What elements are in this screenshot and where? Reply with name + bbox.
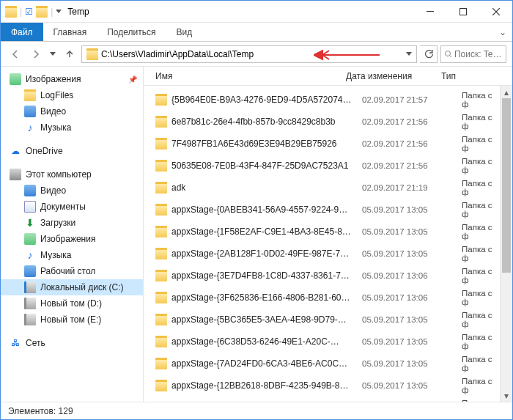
window-title: Temp xyxy=(62,7,413,17)
col-name[interactable]: Имя xyxy=(155,71,346,81)
forward-button[interactable] xyxy=(27,45,45,63)
tab-view[interactable]: Вид xyxy=(166,23,202,41)
close-button[interactable] xyxy=(479,1,512,22)
up-button[interactable] xyxy=(61,45,78,63)
file-row[interactable]: 7F4987FB1A6E43d69E3E94B29EB7592602.09.20… xyxy=(144,133,500,155)
file-row[interactable]: appxStage-{3E7D4FB8-1C8D-4337-8361-7…05.… xyxy=(144,265,500,287)
sidebar-item-music[interactable]: ♪Музыка xyxy=(1,119,143,136)
search-box[interactable] xyxy=(440,45,506,63)
ribbon-expand-icon[interactable]: ⌄ xyxy=(493,23,512,41)
search-input[interactable] xyxy=(454,49,503,59)
file-row[interactable]: appxStage-{1F58E2AF-C9E1-4BA3-8E45-8…05.… xyxy=(144,221,500,243)
search-icon xyxy=(444,50,451,59)
svg-rect-0 xyxy=(427,11,434,12)
ribbon-tabs: Файл Главная Поделиться Вид ⌄ xyxy=(1,23,512,42)
file-row[interactable]: appxStage-{5BC365E5-3AEA-4E98-9D79-…05.0… xyxy=(144,309,500,331)
file-row[interactable]: appxStage-{3F625836-E166-4806-B281-60…05… xyxy=(144,287,500,309)
video-icon xyxy=(24,106,36,117)
file-name: appxStage-{5BC365E5-3AEA-4E98-9D79-… xyxy=(171,314,358,325)
video-icon xyxy=(24,185,36,196)
tab-file[interactable]: Файл xyxy=(1,23,43,41)
qat-divider: | xyxy=(51,7,53,17)
sidebar-pc-docs[interactable]: Документы xyxy=(1,199,143,215)
file-date: 02.09.2017 21:56 xyxy=(362,117,457,126)
pc-icon xyxy=(10,169,21,180)
qat-properties-icon[interactable]: ☑ xyxy=(25,7,33,17)
file-row[interactable]: 6e87b81c-26e4-4fbb-857b-9cc8429c8b3b02.0… xyxy=(144,111,500,133)
sidebar-disk-c[interactable]: Локальный диск (C:) xyxy=(1,279,143,295)
sidebar-thispc[interactable]: Этот компьютер xyxy=(1,166,143,183)
folder-icon xyxy=(155,116,167,128)
qat-dropdown-icon[interactable] xyxy=(56,10,62,13)
sidebar-disk-e[interactable]: Новый том (E:) xyxy=(1,312,143,328)
sidebar-item-video[interactable]: Видео xyxy=(1,103,143,119)
file-row[interactable]: appxStage-{26A274C8-654E-4C54-8709-5…05.… xyxy=(144,397,500,402)
file-type: Папка с ф xyxy=(462,135,500,152)
file-type: Папка с ф xyxy=(462,201,500,218)
disk-icon xyxy=(24,298,36,309)
file-date: 05.09.2017 13:06 xyxy=(362,293,457,302)
file-row[interactable]: appxStage-{0ABEB341-56A9-4557-9224-9…05.… xyxy=(144,199,500,221)
file-type: Папка с ф xyxy=(462,157,500,174)
maximize-button[interactable] xyxy=(446,1,479,22)
minimize-button[interactable] xyxy=(413,1,446,22)
tab-share[interactable]: Поделиться xyxy=(97,23,166,41)
file-type: Папка с ф xyxy=(462,377,500,394)
col-type[interactable]: Тип xyxy=(441,71,512,81)
sidebar-disk-d[interactable]: Новый том (D:) xyxy=(1,295,143,312)
qat-separator: | xyxy=(20,7,22,17)
titlebar: | ☑ | Temp xyxy=(1,1,512,23)
sidebar-pc-music[interactable]: ♪Музыка xyxy=(1,247,143,263)
file-list[interactable]: {5B964E0E-B9A3-4276-9ED9-4D5A572074…02.0… xyxy=(144,86,500,402)
folder-icon xyxy=(155,226,167,237)
folder-icon xyxy=(155,270,167,281)
file-row[interactable]: appxStage-{6C38D53-6246-49E1-A20C-…05.09… xyxy=(144,331,500,353)
desktop-icon xyxy=(24,265,36,277)
sidebar-network[interactable]: 🖧Сеть xyxy=(1,335,143,351)
file-type: Папка с ф xyxy=(462,223,500,240)
address-dropdown-icon[interactable] xyxy=(406,52,412,56)
scrollbar-vertical[interactable]: ▴ ▾ xyxy=(500,86,512,402)
file-date: 05.09.2017 13:05 xyxy=(362,227,457,236)
file-date: 05.09.2017 13:05 xyxy=(362,359,457,368)
sidebar-item-pictures[interactable]: Изображения📌 xyxy=(1,71,143,87)
sidebar-onedrive[interactable]: ☁OneDrive xyxy=(1,143,143,159)
sidebar-item-logfiles[interactable]: LogFiles xyxy=(1,87,143,103)
status-bar: Элементов: 129 xyxy=(1,402,512,419)
address-bar[interactable] xyxy=(81,45,417,63)
file-row[interactable]: {5B964E0E-B9A3-4276-9ED9-4D5A572074…02.0… xyxy=(144,89,500,111)
file-row[interactable]: appxStage-{12BB2618-8DBF-4235-949B-8…05.… xyxy=(144,375,500,397)
pin-icon: 📌 xyxy=(128,75,137,84)
file-name: appxStage-{0ABEB341-56A9-4557-9224-9… xyxy=(171,205,358,215)
refresh-button[interactable] xyxy=(420,45,438,63)
recent-dropdown[interactable] xyxy=(48,45,58,63)
file-type: Папка с ф xyxy=(462,245,500,262)
sidebar-pc-video[interactable]: Видео xyxy=(1,183,143,199)
scroll-up-icon[interactable]: ▴ xyxy=(501,86,512,98)
qat-newfolder-icon[interactable] xyxy=(36,6,48,18)
file-name: appxStage-{1F58E2AF-C9E1-4BA3-8E45-8… xyxy=(171,226,358,237)
col-date[interactable]: Дата изменения xyxy=(346,71,441,81)
scroll-down-icon[interactable]: ▾ xyxy=(501,389,512,402)
file-row[interactable]: adk02.09.2017 21:19Папка с ф xyxy=(144,177,500,199)
scroll-thumb[interactable] xyxy=(502,98,511,273)
file-type: Папка с ф xyxy=(462,91,500,108)
file-date: 05.09.2017 13:05 xyxy=(362,337,457,346)
tab-home[interactable]: Главная xyxy=(43,23,97,41)
file-row[interactable]: 50635E08-7E0B-43F4-847F-25D9AC7523A102.0… xyxy=(144,155,500,177)
file-name: appxStage-{12BB2618-8DBF-4235-949B-8… xyxy=(171,380,358,391)
file-name: appxStage-{6C38D53-6246-49E1-A20C-… xyxy=(171,336,358,347)
file-type: Папка с ф xyxy=(462,311,500,328)
folder-icon xyxy=(155,138,167,150)
file-date: 05.09.2017 13:05 xyxy=(362,315,457,324)
file-date: 05.09.2017 13:05 xyxy=(362,249,457,258)
file-row[interactable]: appxStage-{7AD24FD0-6CA3-4BE6-AC0C…05.09… xyxy=(144,353,500,375)
pictures-icon xyxy=(10,73,21,85)
sidebar-pc-downloads[interactable]: ⬇Загрузки xyxy=(1,215,143,231)
sidebar-pc-pictures[interactable]: Изображения xyxy=(1,231,143,247)
file-name: 6e87b81c-26e4-4fbb-857b-9cc8429c8b3b xyxy=(171,117,358,127)
back-button[interactable] xyxy=(7,45,24,63)
sidebar-pc-desktop[interactable]: Рабочий стол xyxy=(1,263,143,279)
folder-icon xyxy=(24,89,36,101)
file-row[interactable]: appxStage-{2AB128F1-0D02-49FE-987E-7…05.… xyxy=(144,243,500,265)
